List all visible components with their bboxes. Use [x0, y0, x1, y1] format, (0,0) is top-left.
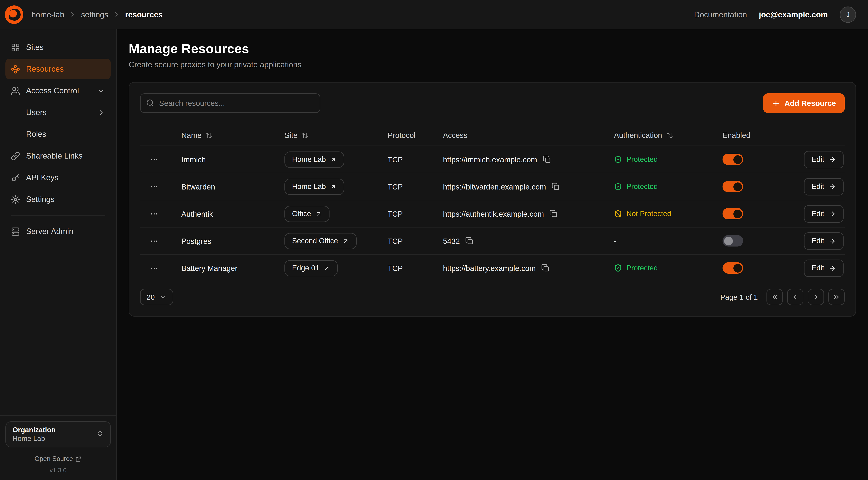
documentation-link[interactable]: Documentation — [694, 10, 747, 19]
user-email[interactable]: joe@example.com — [759, 10, 828, 19]
edit-button[interactable]: Edit — [804, 151, 844, 168]
site-cell: Office — [274, 206, 377, 222]
card-footer: 20 Page 1 of 1 — [140, 289, 845, 305]
copy-icon[interactable] — [465, 237, 473, 245]
chevron-right-icon — [97, 109, 105, 117]
app-root: home-lab settings resources Documentatio… — [0, 0, 868, 480]
resources-card: Add Resource Name Site — [129, 82, 856, 317]
row-menu-button[interactable] — [148, 262, 161, 275]
sidebar-item-roles[interactable]: Roles — [5, 124, 111, 144]
column-site[interactable]: Site — [274, 131, 377, 140]
open-source-link[interactable]: Open Source — [5, 455, 111, 462]
enabled-toggle[interactable] — [722, 154, 743, 165]
edit-label: Edit — [811, 264, 824, 272]
search-input[interactable] — [140, 93, 320, 113]
site-link-button[interactable]: Home Lab — [284, 178, 344, 195]
edit-cell: Edit — [793, 178, 846, 195]
edit-button[interactable]: Edit — [804, 205, 844, 222]
sidebar-divider — [11, 215, 105, 216]
sidebar-item-server-admin[interactable]: Server Admin — [5, 221, 111, 242]
page-size-select[interactable]: 20 — [140, 289, 173, 305]
chevron-left-icon — [792, 293, 799, 301]
sidebar-nav: Sites Resources Access Control Users — [0, 37, 116, 242]
row-menu-button[interactable] — [148, 153, 161, 166]
next-page-button[interactable] — [808, 289, 824, 305]
last-page-button[interactable] — [828, 289, 845, 305]
copy-icon[interactable] — [549, 210, 558, 218]
site-link-button[interactable]: Second Office — [284, 233, 356, 249]
chevron-right-icon — [69, 11, 76, 18]
add-resource-label: Add Resource — [784, 99, 836, 108]
sidebar-item-label: Users — [26, 108, 47, 117]
ellipsis-icon — [150, 182, 158, 191]
enabled-cell — [712, 262, 793, 274]
sidebar-item-access-control[interactable]: Access Control — [5, 80, 111, 101]
site-label: Home Lab — [292, 182, 326, 190]
sort-icon[interactable] — [301, 132, 308, 139]
row-menu-cell — [140, 262, 170, 275]
row-menu-button[interactable] — [148, 180, 161, 193]
add-resource-button[interactable]: Add Resource — [763, 93, 845, 113]
breadcrumb-org[interactable]: home-lab — [31, 10, 64, 19]
avatar[interactable]: J — [840, 6, 856, 23]
organization-selector[interactable]: Organization Home Lab — [5, 421, 111, 448]
authentication-cell: Protected — [603, 155, 712, 163]
breadcrumb-current: resources — [125, 10, 163, 19]
edit-label: Edit — [811, 182, 824, 190]
enabled-cell — [712, 235, 793, 246]
arrow-right-icon — [829, 237, 836, 245]
breadcrumb-settings[interactable]: settings — [81, 10, 108, 19]
sidebar-item-label: Settings — [26, 195, 55, 204]
sidebar-item-users[interactable]: Users — [5, 102, 111, 123]
sidebar-item-settings[interactable]: Settings — [5, 189, 111, 210]
edit-button[interactable]: Edit — [804, 259, 844, 277]
ellipsis-icon — [150, 209, 158, 218]
enabled-toggle[interactable] — [722, 262, 743, 274]
sidebar-item-shareable-links[interactable]: Shareable Links — [5, 146, 111, 166]
authentication-label: Not Protected — [626, 210, 671, 218]
enabled-cell — [712, 208, 793, 219]
row-menu-button[interactable] — [148, 207, 161, 220]
sort-icon[interactable] — [666, 132, 673, 139]
enabled-toggle[interactable] — [722, 181, 743, 192]
chevron-down-icon — [160, 294, 167, 301]
enabled-toggle[interactable] — [722, 208, 743, 219]
copy-icon[interactable] — [542, 155, 551, 163]
resource-name: Bitwarden — [170, 182, 274, 191]
arrow-right-icon — [829, 210, 836, 217]
sidebar-item-api-keys[interactable]: API Keys — [5, 167, 111, 188]
app-logo-icon[interactable] — [4, 5, 24, 24]
site-cell: Home Lab — [274, 178, 377, 195]
page-subtitle: Create secure proxies to your private ap… — [129, 60, 856, 69]
toggle-knob — [724, 237, 733, 245]
site-link-button[interactable]: Edge 01 — [284, 260, 338, 276]
edit-cell: Edit — [793, 205, 846, 222]
page-title: Manage Resources — [129, 41, 856, 57]
chevrons-left-icon — [771, 293, 778, 301]
access-cell: https://bitwarden.example.com — [432, 182, 603, 191]
edit-button[interactable]: Edit — [804, 232, 844, 249]
previous-page-button[interactable] — [787, 289, 803, 305]
enabled-toggle[interactable] — [722, 235, 743, 246]
column-authentication[interactable]: Authentication — [603, 131, 712, 140]
plus-icon — [772, 99, 780, 107]
copy-icon[interactable] — [541, 264, 549, 272]
row-menu-button[interactable] — [148, 234, 161, 247]
access-cell: https://immich.example.com — [432, 155, 603, 164]
site-label: Edge 01 — [292, 264, 319, 272]
sidebar-item-resources[interactable]: Resources — [5, 59, 111, 79]
organization-label: Organization — [12, 425, 56, 434]
column-name[interactable]: Name — [170, 131, 274, 140]
site-link-button[interactable]: Home Lab — [284, 151, 344, 168]
arrow-up-right-icon — [315, 210, 322, 217]
first-page-button[interactable] — [767, 289, 783, 305]
copy-icon[interactable] — [552, 182, 560, 190]
sort-icon[interactable] — [205, 132, 212, 139]
edit-button[interactable]: Edit — [804, 178, 844, 195]
sidebar-item-sites[interactable]: Sites — [5, 37, 111, 58]
ellipsis-icon — [150, 155, 158, 164]
organization-value: Home Lab — [12, 434, 56, 443]
topbar-right: Documentation joe@example.com J — [694, 6, 856, 23]
enabled-cell — [712, 181, 793, 192]
site-link-button[interactable]: Office — [284, 206, 330, 222]
